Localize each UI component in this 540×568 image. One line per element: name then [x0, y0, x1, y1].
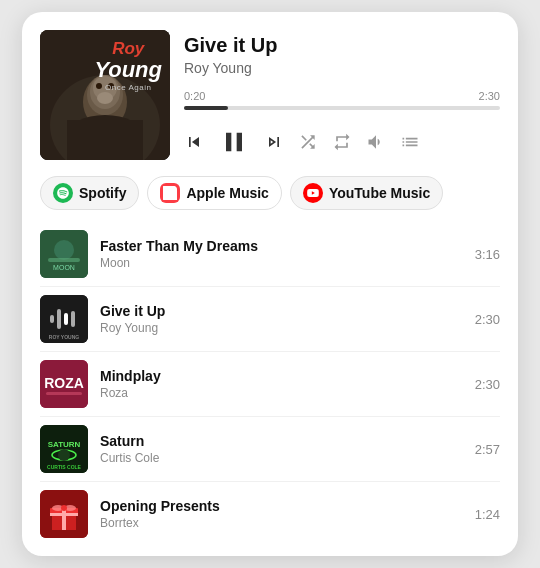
shuffle-button[interactable]: [298, 132, 318, 152]
tab-spotify[interactable]: Spotify: [40, 176, 139, 210]
track-duration: 2:30: [475, 312, 500, 327]
rewind-button[interactable]: [184, 132, 204, 152]
track-artist: Roy Young: [100, 321, 463, 335]
track-thumbnail: MOON: [40, 230, 88, 278]
track-thumbnail: SATURN CURTIS COLE: [40, 425, 88, 473]
track-thumbnail: [40, 490, 88, 538]
repeat-icon: [332, 132, 352, 152]
track-info: Give it Up Roy Young 0:20 2:30: [184, 30, 500, 158]
track-list: MOON Faster Than My Dreams Moon 3:16 ROY: [40, 222, 500, 546]
album-art-name2: Young: [94, 59, 162, 81]
track-title: Faster Than My Dreams: [100, 238, 463, 254]
volume-button[interactable]: [366, 132, 386, 152]
track-item[interactable]: Opening Presents Borrtex 1:24: [40, 482, 500, 546]
playback-controls: [184, 126, 500, 158]
shuffle-icon: [298, 132, 318, 152]
track-item[interactable]: SATURN CURTIS COLE Saturn Curtis Cole 2:…: [40, 417, 500, 482]
tab-apple-label: Apple Music: [186, 185, 268, 201]
youtube-music-icon: [303, 183, 323, 203]
svg-rect-13: [48, 258, 80, 262]
track-duration: 3:16: [475, 247, 500, 262]
svg-point-36: [61, 505, 67, 511]
track-details: Give it Up Roy Young: [100, 303, 463, 335]
fast-forward-icon: [264, 132, 284, 152]
tab-apple-music[interactable]: Apple Music: [147, 176, 281, 210]
svg-point-8: [97, 92, 113, 104]
svg-rect-33: [50, 513, 78, 516]
apple-music-icon: [160, 183, 180, 203]
svg-text:ROZA: ROZA: [44, 375, 84, 391]
track-item[interactable]: MOON Faster Than My Dreams Moon 3:16: [40, 222, 500, 287]
album-art-name1: Roy: [94, 40, 162, 59]
track-details: Mindplay Roza: [100, 368, 463, 400]
track-duration: 1:24: [475, 507, 500, 522]
repeat-button[interactable]: [332, 132, 352, 152]
now-playing-section: Roy Young Once Again Give it Up Roy Youn…: [40, 30, 500, 160]
pause-button[interactable]: [218, 126, 250, 158]
track-details: Opening Presents Borrtex: [100, 498, 463, 530]
progress-bar[interactable]: [184, 106, 500, 110]
service-tabs: Spotify Apple Music YouTube Music: [40, 176, 500, 210]
svg-point-27: [58, 449, 70, 461]
track-duration: 2:57: [475, 442, 500, 457]
now-playing-title: Give it Up: [184, 34, 500, 57]
track-thumbnail: ROY YOUNG: [40, 295, 88, 343]
pause-icon: [218, 126, 250, 158]
track-artist: Borrtex: [100, 516, 463, 530]
current-time: 0:20: [184, 90, 205, 102]
svg-rect-17: [57, 309, 61, 329]
svg-rect-23: [46, 392, 82, 395]
track-title: Opening Presents: [100, 498, 463, 514]
track-item[interactable]: ROY YOUNG Give it Up Roy Young 2:30: [40, 287, 500, 352]
track-artist: Moon: [100, 256, 463, 270]
now-playing-artist: Roy Young: [184, 60, 500, 76]
track-thumbnail: ROZA: [40, 360, 88, 408]
progress-fill: [184, 106, 228, 110]
svg-rect-18: [64, 313, 68, 325]
track-duration: 2:30: [475, 377, 500, 392]
tab-youtube-music[interactable]: YouTube Music: [290, 176, 443, 210]
main-card: Roy Young Once Again Give it Up Roy Youn…: [22, 12, 518, 556]
svg-text:SATURN: SATURN: [48, 440, 81, 449]
progress-times: 0:20 2:30: [184, 90, 500, 102]
rewind-icon: [184, 132, 204, 152]
svg-rect-32: [62, 508, 66, 530]
svg-text:MOON: MOON: [53, 264, 75, 271]
volume-icon: [366, 132, 386, 152]
total-time: 2:30: [479, 90, 500, 102]
track-artist: Roza: [100, 386, 463, 400]
track-details: Faster Than My Dreams Moon: [100, 238, 463, 270]
track-title: Give it Up: [100, 303, 463, 319]
svg-rect-19: [71, 311, 75, 327]
track-artist: Curtis Cole: [100, 451, 463, 465]
tab-spotify-label: Spotify: [79, 185, 126, 201]
track-item[interactable]: ROZA Mindplay Roza 2:30: [40, 352, 500, 417]
svg-text:CURTIS COLE: CURTIS COLE: [47, 464, 82, 470]
svg-point-12: [54, 240, 74, 260]
fast-forward-button[interactable]: [264, 132, 284, 152]
svg-rect-5: [67, 120, 143, 160]
track-title: Mindplay: [100, 368, 463, 384]
queue-button[interactable]: [400, 132, 420, 152]
track-details: Saturn Curtis Cole: [100, 433, 463, 465]
svg-text:ROY YOUNG: ROY YOUNG: [49, 334, 79, 340]
progress-container[interactable]: 0:20 2:30: [184, 90, 500, 110]
album-art: Roy Young Once Again: [40, 30, 170, 160]
svg-rect-16: [50, 315, 54, 323]
track-title: Saturn: [100, 433, 463, 449]
spotify-icon: [53, 183, 73, 203]
queue-icon: [400, 132, 420, 152]
tab-youtube-label: YouTube Music: [329, 185, 430, 201]
album-art-subtitle: Once Again: [94, 83, 162, 92]
